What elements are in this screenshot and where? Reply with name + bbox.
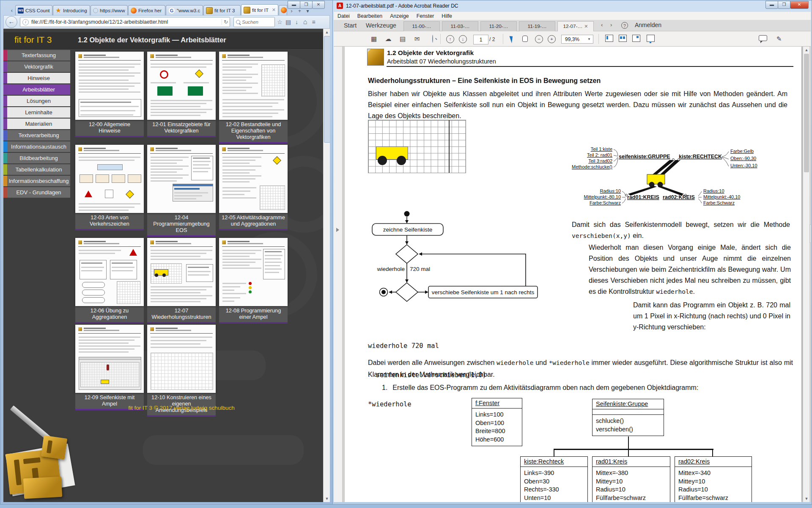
- browser-tab-6[interactable]: fit for IT✕: [241, 4, 278, 15]
- scrollbar-thumb[interactable]: [324, 36, 330, 143]
- list-tabs-icon[interactable]: ▾: [304, 7, 311, 15]
- tab-scroll-right-icon[interactable]: ›: [288, 7, 295, 15]
- tab-werkzeuge[interactable]: Werkzeuge: [366, 20, 396, 31]
- page-number-input[interactable]: [473, 35, 488, 44]
- menu-bearbeiten[interactable]: Bearbeiten: [354, 13, 386, 19]
- tab-start[interactable]: Start: [344, 20, 357, 31]
- home-icon[interactable]: ⌂: [302, 18, 309, 26]
- browser-tab-2[interactable]: https://www.w: [91, 5, 128, 15]
- help-icon[interactable]: ?: [621, 22, 628, 29]
- sidebar-item-l-sungen[interactable]: Lösungen: [3, 96, 70, 106]
- pencil-sign-icon[interactable]: ✎: [774, 34, 784, 44]
- worksheet-card-12-05[interactable]: 12-05 Aktivitätsdiagramme und Aggregatio…: [219, 145, 288, 237]
- sidebar-item-arbeitsbl-tter[interactable]: Arbeitsblätter: [3, 84, 70, 95]
- worksheet-caption[interactable]: 12-05 Aktivitätsdiagramme und Aggregatio…: [219, 213, 288, 229]
- browser-tab-3[interactable]: Firefox her: [128, 5, 165, 15]
- scroll-up-icon[interactable]: ▲: [324, 29, 330, 36]
- maximize-button[interactable]: ❐: [778, 1, 790, 9]
- tab-next-icon[interactable]: ›: [610, 22, 612, 28]
- worksheet-card-12-08[interactable]: 12-08 Programmierung einer Ampel: [219, 238, 288, 323]
- back-button[interactable]: ←: [5, 16, 17, 28]
- pdf-scrollbar[interactable]: ▲ ▼: [803, 47, 809, 502]
- page-view-icon[interactable]: [605, 35, 613, 42]
- sign-in-link[interactable]: Anmelden: [635, 22, 661, 28]
- next-page-icon[interactable]: ↓: [459, 35, 467, 43]
- worksheet-preview[interactable]: [75, 325, 144, 393]
- worksheet-card-12-06[interactable]: 12-06 Übung zu Aggregationen: [75, 238, 144, 323]
- document-tab-4[interactable]: 12-07-…✕: [557, 21, 594, 32]
- bookmark-star-icon[interactable]: ☆: [276, 18, 283, 26]
- export-icon[interactable]: [632, 35, 640, 42]
- menu-datei[interactable]: Datei: [334, 13, 354, 19]
- sidebar-item-tabellenkalkulation[interactable]: Tabellenkalkulation: [3, 164, 70, 175]
- save-icon[interactable]: ▦: [369, 34, 379, 44]
- tab-close-icon[interactable]: ✕: [584, 24, 588, 29]
- browser-tab-0[interactable]: W3CSS Counte: [15, 5, 52, 15]
- worksheet-preview[interactable]: [75, 238, 144, 306]
- tools-panel-handle[interactable]: ≡≡: [809, 224, 811, 243]
- scroll-down-icon[interactable]: ▼: [324, 495, 330, 502]
- tab-close-icon[interactable]: ✕: [272, 7, 276, 13]
- scrollbar-thumb[interactable]: [804, 54, 809, 172]
- worksheet-caption[interactable]: 12-08 Programmierung einer Ampel: [219, 306, 288, 322]
- bookmarks-menu-icon[interactable]: ▤: [285, 18, 292, 26]
- worksheet-caption[interactable]: 12-00 Allgemeine Hinweise: [75, 120, 144, 136]
- sidebar-item-lerninhalte[interactable]: Lerninhalte: [3, 107, 70, 118]
- menu-anzeige[interactable]: Anzeige: [386, 13, 412, 19]
- scroll-down-icon[interactable]: ▼: [803, 495, 810, 502]
- sidebar-item-informationsaustausch[interactable]: Informationsaustausch: [3, 141, 70, 152]
- menu-hilfe[interactable]: Hilfe: [438, 13, 456, 19]
- worksheet-preview[interactable]: [147, 325, 216, 393]
- find-icon[interactable]: [427, 34, 436, 44]
- sidebar-item-texterfassung[interactable]: Texterfassung: [3, 50, 70, 61]
- upload-cloud-icon[interactable]: ☁: [384, 34, 393, 44]
- zoom-level-dropdown[interactable]: 99,3%▼: [561, 35, 593, 44]
- document-tab-1[interactable]: 11-03-…: [442, 21, 478, 31]
- sidebar-item-vektorgrafik[interactable]: Vektorgrafik: [3, 61, 70, 72]
- zoom-out-icon[interactable]: −: [535, 35, 543, 43]
- worksheet-preview[interactable]: [219, 52, 288, 120]
- worksheet-card-12-02[interactable]: 12-02 Bestandteile und Eigenschaften von…: [219, 52, 288, 144]
- worksheet-preview[interactable]: [147, 52, 216, 120]
- worksheet-preview[interactable]: [75, 145, 144, 213]
- page-info-icon[interactable]: i: [22, 19, 29, 25]
- email-icon[interactable]: ✉: [412, 34, 422, 44]
- minimize-button[interactable]: ▬: [765, 1, 778, 9]
- url-input[interactable]: [30, 19, 222, 25]
- comment-icon[interactable]: [759, 35, 767, 41]
- search-box[interactable]: [233, 17, 275, 27]
- sidebar-item-textverarbeitung[interactable]: Textverarbeitung: [3, 130, 70, 141]
- reload-icon[interactable]: ↻: [222, 19, 230, 25]
- previous-page-icon[interactable]: ↑: [446, 35, 454, 43]
- sidebar-item-hinweise[interactable]: Hinweise: [3, 73, 70, 83]
- worksheet-card-12-04[interactable]: 12-04 Programmierumgebung EOS: [147, 145, 216, 237]
- worksheet-preview[interactable]: [75, 52, 144, 120]
- new-tab-button[interactable]: +: [296, 7, 303, 15]
- worksheet-card-12-01[interactable]: 12-01 Einsatzgebiete für Vektorgrafiken: [147, 52, 216, 144]
- tab-prev-icon[interactable]: ‹: [601, 22, 603, 28]
- print-icon[interactable]: ▤: [398, 34, 407, 44]
- worksheet-caption[interactable]: 12-03 Arten von Verkehrszeichen: [75, 213, 144, 229]
- worksheet-card-12-07[interactable]: 12-07 Wiederholungsstrukturen: [147, 238, 216, 323]
- browser-scrollbar[interactable]: ▲ ▼: [323, 29, 330, 502]
- sidebar-item-materialien[interactable]: Materialien: [3, 119, 70, 129]
- sidebar-item-bildbearbeitung[interactable]: Bildbearbeitung: [3, 153, 70, 163]
- document-tab-2[interactable]: 11-20-…: [480, 21, 517, 31]
- partial-tab[interactable]: [279, 5, 287, 15]
- menu-icon[interactable]: ≡: [310, 18, 317, 26]
- worksheet-caption[interactable]: 12-06 Übung zu Aggregationen: [75, 306, 144, 322]
- worksheet-caption[interactable]: 12-10 Konstruieren eines eigenen Anwendu…: [147, 393, 216, 415]
- close-button[interactable]: ✕: [790, 1, 809, 9]
- browser-tab-4[interactable]: G"www.w3.c: [166, 5, 203, 15]
- scroll-up-icon[interactable]: ▲: [803, 47, 810, 53]
- two-page-view-icon[interactable]: [619, 35, 627, 42]
- worksheet-card-12-10[interactable]: 12-10 Konstruieren eines eigenen Anwendu…: [147, 325, 216, 417]
- tab-scroll-left-icon[interactable]: ‹: [8, 6, 15, 15]
- worksheet-card-12-00[interactable]: 12-00 Allgemeine Hinweise: [75, 52, 144, 144]
- zoom-in-icon[interactable]: +: [548, 35, 556, 43]
- sidebar-item-edv-grundlagen[interactable]: EDV - Grundlagen: [3, 187, 70, 198]
- worksheet-caption[interactable]: 12-01 Einsatzgebiete für Vektorgrafiken: [147, 120, 216, 136]
- downloads-icon[interactable]: ↓: [293, 18, 300, 26]
- menu-fenster[interactable]: Fenster: [413, 13, 438, 19]
- browser-tab-1[interactable]: ★Introducing: [53, 5, 90, 15]
